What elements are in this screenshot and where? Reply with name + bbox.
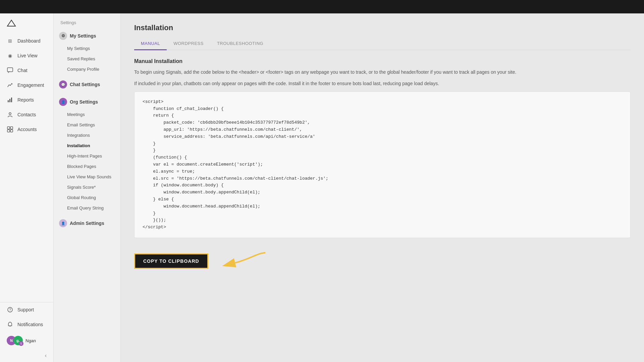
- my-settings-group-icon: ⚙: [59, 32, 67, 40]
- nav-item-global-routing[interactable]: Global Routing: [54, 192, 120, 203]
- sidebar-item-accounts[interactable]: Accounts: [0, 122, 53, 137]
- svg-rect-2: [9, 99, 10, 102]
- nav-group-label: My Settings: [70, 33, 96, 39]
- code-content: <script> function cf_chat_loader() { ret…: [143, 99, 328, 230]
- nav-item-high-intent-pages[interactable]: High-Intent Pages: [54, 151, 120, 161]
- page-title: Installation: [134, 23, 631, 32]
- svg-text:?: ?: [9, 308, 11, 312]
- chat-settings-group-icon: 💬: [59, 80, 67, 88]
- notifications-icon: [7, 321, 13, 328]
- arrow-annotation: [215, 246, 282, 276]
- nav-item-email-query-string[interactable]: Email Query String: [54, 203, 120, 213]
- copy-to-clipboard-button[interactable]: COPY TO CLIPBOARD: [134, 253, 208, 269]
- nav-group-chat-settings: 💬 Chat Settings: [54, 77, 120, 92]
- sidebar-item-chat[interactable]: Chat: [0, 63, 53, 78]
- org-settings-group-icon: 👤: [59, 98, 67, 106]
- collapse-button[interactable]: ‹: [0, 349, 53, 362]
- nav-item-blocked-pages[interactable]: Blocked Pages: [54, 161, 120, 172]
- svg-rect-1: [8, 100, 9, 102]
- main-content: Installation MANUAL WORDPRESS TROUBLESHO…: [121, 0, 644, 362]
- nav-item-liveview-map-sounds[interactable]: Live View Map Sounds: [54, 172, 120, 182]
- svg-rect-0: [7, 68, 13, 72]
- top-bar: [0, 0, 644, 13]
- user-badge: 5: [19, 341, 23, 346]
- dashboard-icon: ⊞: [7, 38, 13, 44]
- sidebar-item-dashboard[interactable]: ⊞ Dashboard: [0, 34, 53, 48]
- section-title: Manual Installation: [134, 58, 631, 64]
- nav-group-label: Org Settings: [70, 99, 98, 105]
- support-icon: ?: [7, 306, 13, 313]
- nav-group-header-my-settings[interactable]: ⚙ My Settings: [54, 28, 120, 43]
- reports-icon: [7, 97, 13, 103]
- accounts-icon: [7, 126, 13, 133]
- liveview-icon: ◉: [7, 52, 13, 59]
- sidebar-item-support[interactable]: ? Support: [0, 302, 53, 317]
- nav-group-label: Admin Settings: [70, 221, 104, 226]
- svg-rect-3: [11, 98, 12, 102]
- nav-item-company-profile[interactable]: Company Profile: [54, 64, 120, 74]
- tab-bar: MANUAL WORDPRESS TROUBLESHOOTING: [134, 38, 631, 50]
- nav-item-saved-replies[interactable]: Saved Replies: [54, 54, 120, 64]
- description-1: To begin using Signals, add the code bel…: [134, 68, 631, 76]
- sidebar-item-label: Notifications: [17, 322, 43, 327]
- sidebar-item-label: Live View: [17, 53, 38, 58]
- user-section[interactable]: N g. 5 Ngan: [0, 332, 53, 349]
- tab-manual[interactable]: MANUAL: [134, 38, 167, 50]
- nav-group-admin-settings: 👤 Admin Settings: [54, 216, 120, 231]
- avatar-group: N g. 5: [7, 336, 23, 345]
- engagement-icon: [7, 82, 13, 88]
- chat-icon: [7, 67, 13, 74]
- sidebar-item-contacts[interactable]: Contacts: [0, 107, 53, 122]
- copy-area: COPY TO CLIPBOARD: [134, 246, 631, 276]
- tab-wordpress[interactable]: WORDPRESS: [167, 38, 210, 50]
- nav-item-meetings[interactable]: Meetings: [54, 109, 120, 120]
- sidebar-item-label: Dashboard: [17, 38, 41, 44]
- contacts-icon: [7, 111, 13, 118]
- nav-bottom: ? Support Notifications N g. 5 Ngan ‹: [0, 302, 53, 362]
- nav-item-signals-score[interactable]: Signals Score*: [54, 182, 120, 192]
- svg-rect-8: [10, 130, 13, 132]
- second-nav: Settings ⚙ My Settings My Settings Saved…: [54, 0, 121, 362]
- code-block: <script> function cf_chat_loader() { ret…: [134, 92, 631, 238]
- nav-item-email-settings[interactable]: Email Settings: [54, 120, 120, 130]
- tab-troubleshooting[interactable]: TROUBLESHOOTING: [210, 38, 270, 50]
- nav-group-org-settings: 👤 Org Settings Meetings Email Settings I…: [54, 95, 120, 213]
- second-nav-header: Settings: [54, 13, 120, 28]
- description-2: If included in your plan, chatbots can o…: [134, 80, 631, 87]
- logo[interactable]: [0, 13, 53, 34]
- nav-group-header-admin-settings[interactable]: 👤 Admin Settings: [54, 216, 120, 231]
- sidebar-item-reports[interactable]: Reports: [0, 93, 53, 107]
- sidebar-item-notifications[interactable]: Notifications: [0, 317, 53, 332]
- nav-item-integrations[interactable]: Integrations: [54, 130, 120, 140]
- nav-item-installation[interactable]: Installation: [54, 140, 120, 151]
- username: Ngan: [25, 338, 36, 343]
- sidebar-item-label: Support: [17, 307, 34, 312]
- svg-rect-5: [7, 127, 10, 129]
- sidebar-item-label: Contacts: [17, 112, 36, 117]
- nav-group-header-chat-settings[interactable]: 💬 Chat Settings: [54, 77, 120, 92]
- logo-icon: [7, 19, 16, 28]
- svg-point-4: [9, 113, 11, 115]
- left-nav: ⊞ Dashboard ◉ Live View Chat Engagement …: [0, 0, 54, 362]
- sidebar-item-label: Reports: [17, 97, 34, 103]
- admin-settings-group-icon: 👤: [59, 219, 67, 227]
- sidebar-item-liveview[interactable]: ◉ Live View: [0, 48, 53, 63]
- sidebar-item-label: Chat: [17, 68, 28, 73]
- nav-item-my-settings[interactable]: My Settings: [54, 43, 120, 54]
- sidebar-item-label: Accounts: [17, 127, 37, 132]
- svg-rect-6: [10, 127, 13, 129]
- sidebar-item-label: Engagement: [17, 82, 44, 88]
- nav-group-label: Chat Settings: [70, 82, 100, 87]
- collapse-icon: ‹: [45, 353, 47, 359]
- content-inner: Installation MANUAL WORDPRESS TROUBLESHO…: [121, 13, 644, 300]
- nav-group-my-settings: ⚙ My Settings My Settings Saved Replies …: [54, 28, 120, 74]
- svg-rect-7: [7, 130, 10, 132]
- sidebar-item-engagement[interactable]: Engagement: [0, 78, 53, 93]
- nav-group-header-org-settings[interactable]: 👤 Org Settings: [54, 95, 120, 109]
